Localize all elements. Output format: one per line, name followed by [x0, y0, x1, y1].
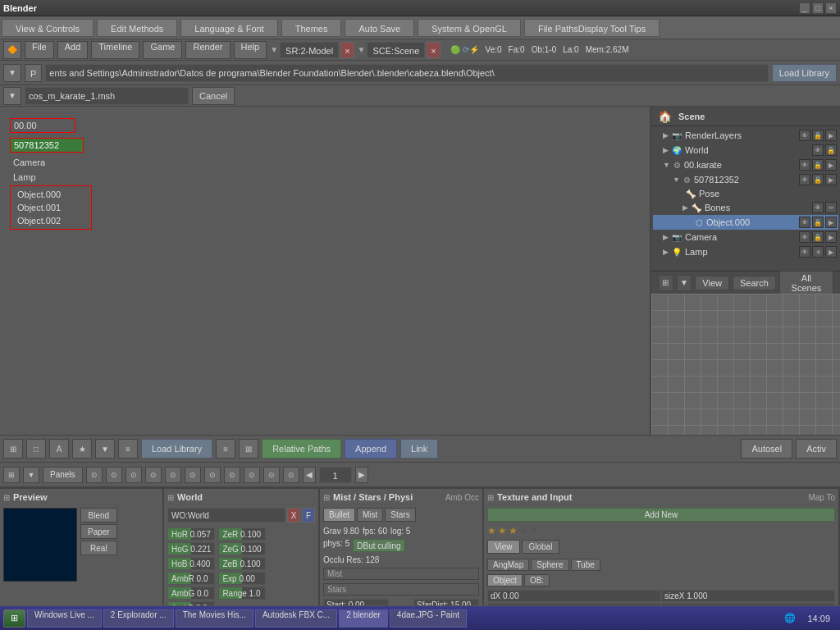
- tab-system-opengl[interactable]: System & OpenGL: [418, 19, 521, 37]
- tab-themes[interactable]: Themes: [281, 19, 342, 37]
- tex-sizex[interactable]: sizeX 1.000: [661, 590, 835, 602]
- file-item-obj000[interactable]: Object.000: [14, 188, 88, 201]
- blend-button[interactable]: Blend: [80, 508, 117, 523]
- hor-val[interactable]: HoR 0.057: [167, 527, 215, 541]
- range-val[interactable]: Range 1.0: [218, 587, 265, 600]
- eye-icon[interactable]: 👁: [799, 217, 810, 228]
- angmap-tab[interactable]: AngMap: [487, 559, 529, 571]
- taskbar-item-3[interactable]: Autodesk FBX C...: [255, 609, 337, 628]
- grid-icon[interactable]: ⊞: [658, 275, 673, 291]
- eye-icon[interactable]: 👁: [799, 159, 810, 171]
- global-tab[interactable]: Global: [522, 540, 560, 554]
- render-icon[interactable]: ▶: [825, 130, 837, 141]
- maximize-button[interactable]: □: [812, 2, 824, 14]
- render-menu[interactable]: Render: [185, 41, 230, 59]
- model-close[interactable]: ×: [340, 42, 354, 58]
- icon7[interactable]: ⊙: [204, 467, 221, 483]
- file-item-00[interactable]: 00.00: [10, 118, 75, 133]
- activ-button[interactable]: Activ: [796, 439, 837, 459]
- icon8[interactable]: ⊙: [224, 467, 240, 483]
- file-item-obj001[interactable]: Object.001: [14, 201, 88, 214]
- bullet-tab[interactable]: Bullet: [323, 508, 355, 522]
- tab-file-paths[interactable]: File PathsDisplay Tool Tips: [524, 19, 660, 37]
- tab-edit-methods[interactable]: Edit Methods: [97, 19, 177, 37]
- hog-val[interactable]: HoG 0.221: [167, 542, 215, 555]
- autosel-button[interactable]: Autosel: [741, 439, 792, 459]
- expand-icon[interactable]: ▼: [677, 275, 692, 291]
- tree-item-lamp[interactable]: ▶ 💡 Lamp 👁 ☀ ▶: [653, 244, 838, 259]
- arrow-left[interactable]: ◀: [303, 467, 316, 483]
- file-item-lamp[interactable]: Lamp: [10, 171, 640, 184]
- filename-input[interactable]: [25, 87, 189, 105]
- tab-auto-save[interactable]: Auto Save: [345, 19, 414, 37]
- icon4[interactable]: ⊙: [145, 467, 162, 483]
- eye-icon[interactable]: 👁: [799, 130, 810, 141]
- scene-close[interactable]: ×: [427, 42, 440, 58]
- file-item-camera[interactable]: Camera: [10, 156, 640, 169]
- sun-icon[interactable]: ☀: [812, 246, 824, 258]
- taskbar-item-1[interactable]: 2 Explorador ...: [103, 609, 174, 628]
- tree-item-karate[interactable]: ▼ ⚙ 00.karate 👁 🔒 ▶: [653, 158, 838, 172]
- taskbar-item-5[interactable]: 4dae.JPG - Paint: [390, 609, 467, 628]
- start-button[interactable]: ⊞: [3, 609, 25, 628]
- timeline-menu[interactable]: Timeline: [91, 41, 139, 59]
- dbut-culling-btn[interactable]: DBut culling: [353, 539, 404, 552]
- window-controls[interactable]: _ □ ×: [799, 2, 837, 14]
- icon2[interactable]: ⊙: [106, 467, 122, 483]
- lock-icon[interactable]: 🔒: [812, 130, 824, 141]
- ambr-val[interactable]: AmbR 0.0: [167, 572, 215, 585]
- dir-icon[interactable]: ▼: [3, 87, 21, 105]
- ambg-val[interactable]: AmbG 0.0: [167, 587, 215, 600]
- list-icon[interactable]: ≡: [118, 439, 138, 459]
- icon11[interactable]: ⊙: [283, 467, 299, 483]
- icon6[interactable]: ⊙: [185, 467, 201, 483]
- filter-icon[interactable]: ▼: [95, 439, 115, 459]
- lock-icon[interactable]: 🔒: [825, 144, 837, 156]
- mist-tab[interactable]: Mist: [357, 508, 383, 522]
- zer-val[interactable]: ZeR 0.100: [218, 527, 265, 541]
- file-item-obj002[interactable]: Object.002: [14, 214, 88, 227]
- p-button[interactable]: P: [25, 64, 42, 82]
- eye-icon[interactable]: 👁: [812, 202, 824, 213]
- exp-val[interactable]: Exp 0.00: [218, 572, 265, 585]
- taskbar-item-0[interactable]: Windows Live ...: [27, 609, 102, 628]
- lock-icon[interactable]: 🔒: [812, 159, 824, 171]
- tree-item-renderlayers[interactable]: ▶ 📷 RenderLayers 👁 🔒 ▶: [653, 128, 838, 143]
- render-icon[interactable]: ▶: [825, 174, 837, 185]
- file-item-507[interactable]: 507812352: [10, 138, 84, 153]
- render-icon[interactable]: ▶: [825, 159, 837, 171]
- edit-icon[interactable]: ✏: [825, 202, 837, 213]
- icon5[interactable]: ⊙: [165, 467, 181, 483]
- icon3[interactable]: ⊙: [126, 467, 142, 483]
- eye-icon[interactable]: 👁: [799, 174, 810, 185]
- blender-icon[interactable]: 🔶: [3, 41, 21, 59]
- tree-item-camera[interactable]: ▶ 📷 Camera 👁 🔒 ▶: [653, 230, 838, 244]
- all-scenes-select[interactable]: All Scenes: [779, 271, 833, 295]
- model-select[interactable]: ▼ SR:2-Model ×: [270, 42, 354, 58]
- help-menu[interactable]: Help: [234, 41, 267, 59]
- world-f-button[interactable]: F: [302, 508, 315, 523]
- scene-select[interactable]: ▼ SCE:Scene ×: [358, 42, 441, 58]
- direction-icon[interactable]: ▼: [3, 64, 21, 82]
- minimize-button[interactable]: _: [799, 2, 810, 14]
- stars-tab[interactable]: Stars: [385, 508, 415, 522]
- tab-view-controls[interactable]: View & Controls: [2, 19, 94, 37]
- lock-icon[interactable]: 🔒: [812, 217, 824, 228]
- close-button[interactable]: ×: [825, 2, 837, 14]
- tube-tab[interactable]: Tube: [571, 559, 600, 571]
- eye-icon[interactable]: 👁: [799, 246, 810, 258]
- zeb-val[interactable]: ZeB 0.100: [218, 557, 265, 570]
- add-menu[interactable]: Add: [57, 41, 89, 59]
- hob-val[interactable]: HoB 0.400: [167, 557, 215, 570]
- load-library-button[interactable]: Load Library: [772, 64, 837, 82]
- tab-language-font[interactable]: Language & Font: [180, 19, 277, 37]
- real-button[interactable]: Real: [80, 541, 117, 555]
- tree-item-pose[interactable]: 🦴 Pose: [653, 187, 838, 200]
- render-icon[interactable]: ▶: [825, 231, 837, 243]
- icon9[interactable]: ⊙: [244, 467, 260, 483]
- sphere-tab[interactable]: Sphere: [531, 559, 568, 571]
- file-menu[interactable]: File: [25, 41, 54, 59]
- square-icon[interactable]: □: [26, 439, 46, 459]
- taskbar-item-2[interactable]: The Movies His...: [176, 609, 253, 628]
- icon10[interactable]: ⊙: [263, 467, 280, 483]
